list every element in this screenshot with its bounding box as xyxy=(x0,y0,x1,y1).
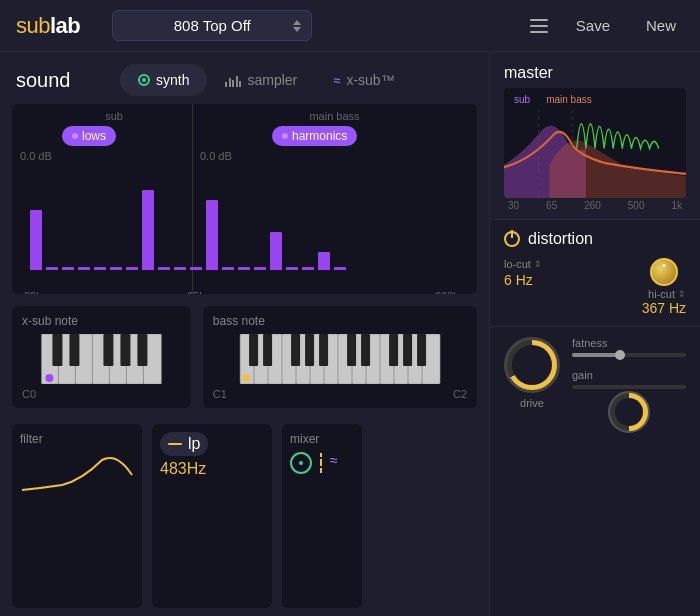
arrow-up-icon xyxy=(293,20,301,25)
eq-bar xyxy=(158,267,170,270)
hi-cut-label: hi-cut ⇕ xyxy=(648,288,686,300)
distortion-controls: lo-cut ⇕ 6 Hz hi-cut ⇕ 367 H xyxy=(504,258,686,316)
preset-selector[interactable]: 808 Top Off xyxy=(112,10,312,41)
tab-sampler-label: sampler xyxy=(247,72,297,88)
filter-type-selector[interactable]: lp xyxy=(160,432,208,456)
svg-rect-9 xyxy=(103,334,113,366)
drive-fatness-section: drive fatness gain xyxy=(490,327,700,419)
drive-knob[interactable] xyxy=(504,337,560,393)
eq-bar xyxy=(206,200,218,270)
freq-1k: 1k xyxy=(671,200,682,211)
xsub-note-label: C0 xyxy=(22,388,181,400)
fatness-slider[interactable] xyxy=(572,353,686,357)
master-section: master sub main bass xyxy=(490,52,700,220)
svg-rect-28 xyxy=(263,334,272,366)
distortion-header: distortion xyxy=(504,230,686,248)
lows-pill[interactable]: lows xyxy=(62,126,116,146)
mixer-icon-xsub[interactable]: ≈ xyxy=(330,452,338,474)
filter-block: filter xyxy=(12,424,142,608)
logo-lab: lab xyxy=(50,13,80,38)
lo-cut-label: lo-cut ⇕ xyxy=(504,258,542,270)
save-button[interactable]: Save xyxy=(568,13,618,38)
svg-rect-7 xyxy=(52,334,62,366)
piano-svg xyxy=(22,334,181,384)
svg-rect-11 xyxy=(137,334,147,366)
menu-icon[interactable] xyxy=(530,19,548,33)
new-button[interactable]: New xyxy=(638,13,684,38)
eq-bar xyxy=(126,267,138,270)
filter-type-line-icon xyxy=(168,443,182,445)
distortion-power-icon[interactable] xyxy=(504,231,520,247)
preset-name: 808 Top Off xyxy=(174,17,251,34)
spectrum-container: sub main bass xyxy=(504,88,686,198)
header: sublab 808 Top Off Save New xyxy=(0,0,700,52)
svg-rect-31 xyxy=(319,334,328,366)
harmonics-label: harmonics xyxy=(292,129,347,143)
freq-500: 500 xyxy=(628,200,645,211)
arrow-down-icon xyxy=(293,27,301,32)
bass-c1-label: C1 xyxy=(213,388,227,400)
mixer-icons: ≈ xyxy=(290,452,354,474)
right-panel: master sub main bass xyxy=(490,52,700,616)
harmonics-pill[interactable]: harmonics xyxy=(272,126,357,146)
bass-note-title: bass note xyxy=(213,314,467,328)
tab-synth[interactable]: synth xyxy=(120,64,207,96)
xsub-piano[interactable] xyxy=(22,334,181,384)
hi-cut-value: 367 Hz xyxy=(642,300,686,316)
eq-area: sub main bass lows harmonics 0.0 dB 0.0 … xyxy=(12,104,477,294)
eq-bar xyxy=(238,267,250,270)
bass-c2-label: C2 xyxy=(453,388,467,400)
mixer-icon-sampler[interactable] xyxy=(320,452,322,474)
svg-rect-35 xyxy=(403,334,412,366)
freq-260: 260 xyxy=(584,200,601,211)
eq-main-bass-label: main bass xyxy=(204,110,465,122)
tab-xsub[interactable]: ≈ x-sub™ xyxy=(315,64,412,96)
svg-rect-34 xyxy=(389,334,398,366)
lows-label: lows xyxy=(82,129,106,143)
hi-cut-knob-container: hi-cut ⇕ 367 Hz xyxy=(642,258,686,316)
filter-type-label: lp xyxy=(188,435,200,453)
xsub-note-title: x-sub note xyxy=(22,314,181,328)
xsub-icon: ≈ xyxy=(333,73,340,88)
gain-knob[interactable] xyxy=(608,391,650,433)
freq-30-label: 30hz xyxy=(24,290,48,294)
eq-section-labels: sub main bass xyxy=(12,104,477,122)
spectrum-main-bass-label: main bass xyxy=(546,94,592,105)
drive-label: drive xyxy=(520,397,544,409)
eq-bars xyxy=(12,148,477,270)
spectrum-legend: sub main bass xyxy=(514,94,592,105)
eq-bar xyxy=(286,267,298,270)
eq-bar xyxy=(174,267,186,270)
eq-bar xyxy=(318,252,330,270)
bass-piano-svg xyxy=(213,334,467,384)
preset-arrows xyxy=(293,20,301,32)
logo-sub: sub xyxy=(16,13,50,38)
tab-synth-label: synth xyxy=(156,72,189,88)
tab-sampler[interactable]: sampler xyxy=(207,64,315,96)
gain-track xyxy=(572,385,686,389)
mixer-icon-synth[interactable] xyxy=(290,452,312,474)
spectrum-labels: 30 65 260 500 1k xyxy=(504,198,686,211)
bass-piano[interactable] xyxy=(213,334,467,384)
eq-bar xyxy=(302,267,314,270)
eq-bar xyxy=(222,267,234,270)
distortion-title: distortion xyxy=(528,230,593,248)
hi-cut-knob[interactable] xyxy=(650,258,678,286)
eq-bar xyxy=(270,232,282,270)
sampler-icon xyxy=(225,73,241,87)
tabs: synth sampler ≈ x-sub™ xyxy=(120,64,473,96)
distortion-section: distortion lo-cut ⇕ 6 Hz xyxy=(490,220,700,327)
fatness-label: fatness xyxy=(572,337,686,349)
eq-sub-label: sub xyxy=(24,110,204,122)
freq-65: 65 xyxy=(546,200,557,211)
eq-bar xyxy=(30,210,42,270)
synth-icon xyxy=(138,74,150,86)
master-title: master xyxy=(504,64,686,82)
tab-xsub-label: x-sub™ xyxy=(346,72,394,88)
xsub-note-block: x-sub note xyxy=(12,306,191,408)
svg-rect-29 xyxy=(291,334,300,366)
svg-rect-10 xyxy=(120,334,130,366)
freq-65-label: 65hz xyxy=(187,290,211,294)
gain-knob-container xyxy=(572,391,686,433)
mixer-block: mixer ≈ xyxy=(282,424,362,608)
